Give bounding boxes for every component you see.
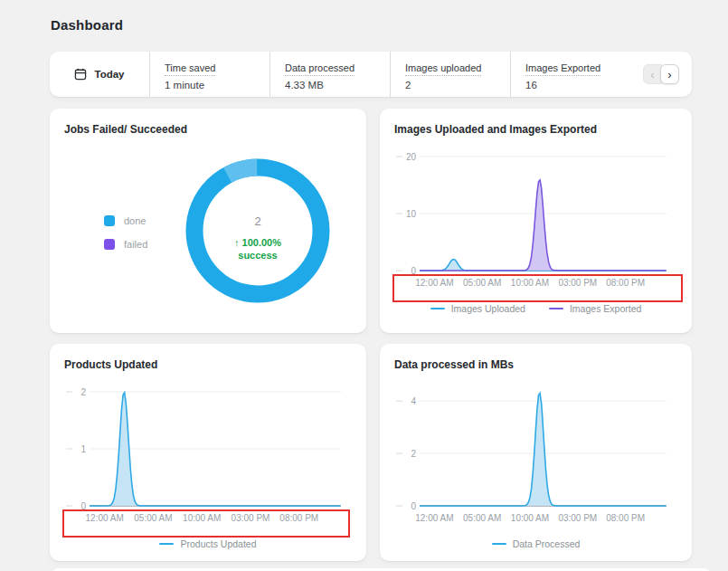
svg-text:03:00 PM: 03:00 PM [232,513,270,523]
legend-line-swatch [430,308,445,310]
legend-label: Images Exported [570,303,641,314]
svg-text:10:00 AM: 10:00 AM [511,513,549,523]
svg-text:2: 2 [80,387,86,397]
legend-line-swatch [549,308,563,310]
pager-prev-button[interactable]: ‹ [643,64,662,84]
card-title: Images Uploaded and Images Exported [394,123,677,136]
svg-text:20: 20 [406,152,417,162]
donut-legend: donefailed [104,215,147,250]
jobs-failed-succeeded-card: Jobs Failed/ Succeeded donefailed 2 ↑ 10… [50,109,366,333]
donut-chart: 2 ↑ 100.00% success [178,151,337,314]
svg-text:4: 4 [411,396,416,406]
donut-ring-done[interactable] [194,167,321,294]
stat-value-time-saved: 1 minute [165,80,269,90]
stat-images-exported: Images Exported 16 [510,52,630,97]
svg-text:05:00 AM: 05:00 AM [463,278,501,288]
chart-legend: Data Processed [394,538,677,549]
svg-text:0: 0 [80,501,86,511]
donut-center-delta: ↑ 100.00% [234,237,281,248]
stat-time-saved: Time saved 1 minute [149,52,269,97]
svg-text:05:00 AM: 05:00 AM [134,513,172,523]
card-title: Jobs Failed/ Succeeded [64,123,352,136]
data-processed-chart: 02412:00 AM05:00 AM10:00 AM03:00 PM08:00… [394,379,677,528]
stat-data-processed: Data processed 4.33 MB [269,52,390,97]
legend-swatch [104,215,115,226]
svg-text:08:00 PM: 08:00 PM [606,513,645,523]
svg-text:03:00 PM: 03:00 PM [558,278,597,288]
legend-label: Images Uploaded [451,303,525,314]
chart-legend-item[interactable]: Products Updated [159,538,256,549]
svg-text:10:00 AM: 10:00 AM [183,513,221,523]
card-title: Data processed in MBs [394,358,677,371]
stats-bar: Today Time saved 1 minute Data processed… [50,52,692,97]
svg-text:10: 10 [406,209,417,219]
svg-text:2: 2 [411,449,416,459]
page-title: Dashboard [51,17,123,33]
chart-legend-item[interactable]: Images Exported [549,303,641,314]
svg-text:10:00 AM: 10:00 AM [511,278,549,288]
svg-text:1: 1 [80,444,86,454]
chart-legend: Products Updated [64,538,352,549]
data-processed-card: Data processed in MBs 02412:00 AM05:00 A… [380,344,692,561]
stat-label-data-processed[interactable]: Data processed [285,62,355,76]
chart-legend-item[interactable]: Images Uploaded [430,303,525,314]
stats-pager: ‹ › [643,52,692,97]
svg-text:08:00 PM: 08:00 PM [606,278,645,288]
svg-text:0: 0 [411,266,416,276]
legend-label: Data Processed [513,538,581,549]
stat-label-images-uploaded[interactable]: Images uploaded [405,62,481,76]
legend-label: done [124,215,146,226]
chart-legend-item[interactable]: Data Processed [492,538,581,549]
donut-legend-item-done[interactable]: done [104,215,147,226]
images-uploaded-exported-card: Images Uploaded and Images Exported 0102… [380,109,692,333]
legend-line-swatch [492,543,506,546]
date-range-label: Today [94,69,124,80]
stat-label-images-exported[interactable]: Images Exported [525,62,600,76]
legend-label: failed [124,239,147,250]
legend-label: Products Updated [180,538,256,549]
stat-value-images-uploaded: 2 [405,80,510,90]
svg-text:12:00 AM: 12:00 AM [86,513,124,523]
svg-text:05:00 AM: 05:00 AM [463,513,501,523]
calendar-icon [74,68,87,81]
products-updated-card: Products Updated 01212:00 AM05:00 AM10:0… [50,344,366,561]
donut-center-value: 2 [255,214,261,228]
svg-text:12:00 AM: 12:00 AM [415,513,453,523]
stat-value-images-exported: 16 [525,80,630,90]
stat-label-time-saved[interactable]: Time saved [165,62,215,76]
svg-text:0: 0 [411,501,416,511]
chevron-left-icon: ‹ [650,69,654,81]
donut-chart-area: donefailed 2 ↑ 100.00% success [64,144,352,321]
products-updated-chart: 01212:00 AM05:00 AM10:00 AM03:00 PM08:00… [64,379,352,528]
images-uploaded-exported-chart: 0102012:00 AM05:00 AM10:00 AM03:00 PM08:… [394,144,677,292]
card-title: Products Updated [64,358,352,371]
pager-next-button[interactable]: › [660,64,679,84]
stat-value-data-processed: 4.33 MB [285,80,390,90]
donut-center-caption: success [239,250,278,261]
donut-legend-item-failed[interactable]: failed [104,239,147,250]
chevron-right-icon: › [667,69,671,81]
date-range-selector[interactable]: Today [50,52,149,97]
stat-images-uploaded: Images uploaded 2 [390,52,510,97]
chart-legend: Images UploadedImages Exported [394,303,677,314]
legend-swatch [104,239,115,250]
svg-text:08:00 PM: 08:00 PM [279,513,318,523]
svg-text:12:00 AM: 12:00 AM [415,278,453,288]
legend-line-swatch [159,543,174,546]
svg-text:03:00 PM: 03:00 PM [558,513,597,523]
